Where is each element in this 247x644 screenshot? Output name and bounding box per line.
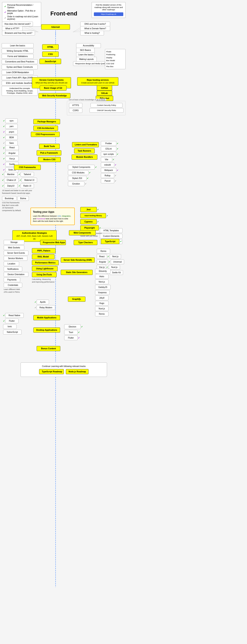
node-module-bundlers: Module Bundlers [72, 154, 97, 160]
node-type-checkers: Type Checkers [74, 240, 97, 245]
node-css-arch: CSS Architecture [33, 126, 58, 131]
node-mobile: Mobile Applications [33, 315, 60, 320]
pwa-left: Storage Web Sockets Server Sent Events S… [4, 240, 33, 293]
node-credentials: Credentials [4, 283, 22, 288]
node-gitlab: GitLab [97, 90, 112, 96]
node-modern-css: Modern CSS [38, 157, 61, 162]
node-css-modules: CSS Modules [68, 170, 88, 175]
node-ionic: Ionic [3, 324, 16, 329]
node-hugo: Hugo [95, 301, 108, 306]
node-websecurity: Web Security Knowledge [38, 93, 70, 98]
node-typescript: TypeScript [101, 239, 119, 244]
node-making-layouts: Making Layouts [76, 57, 97, 62]
node-styled-components: Styled Components [68, 165, 95, 170]
node-rail: RAIL Model [32, 254, 54, 259]
node-radix-ui: Radix UI [20, 184, 34, 188]
url-box-description: Find the detailed version of this roadma… [94, 4, 123, 11]
node-learn-css-basics: Learn the basics [76, 52, 95, 57]
node-devtools: Using DevTools [32, 272, 57, 277]
node-payments: Payments [4, 278, 20, 282]
node-server-sent: Server Sent Events [4, 251, 28, 256]
node-react-ssr: React [97, 254, 107, 259]
node-responsive: Responsive design and Media Queries [73, 61, 105, 66]
node-https: HTTPS [69, 103, 82, 108]
node-github: GitHub [97, 86, 112, 90]
node-yarn: yarn [5, 124, 18, 129]
node-eleventy: Eleventy [95, 269, 111, 274]
node-syntax: Syntax and Basic Constructs [2, 65, 38, 70]
node-csp: Content Security Policy [91, 103, 122, 108]
page-title: Front-end [50, 10, 77, 17]
url-box: Find the detailed version of this roadma… [92, 2, 126, 18]
floats-box: FloatsPositioningDisplayBox ModelCSS Gri… [105, 49, 126, 69]
node-dom: Learn DOM Manipulation [2, 70, 33, 75]
node-react-testing: react-testing-library [80, 213, 106, 218]
node-domain: What is Domain Name? [80, 26, 110, 31]
node-web-components: Web Components [69, 230, 96, 236]
node-nextjs-ssg: Next.js [95, 280, 108, 284]
node-bonus: Bonus Content [37, 346, 60, 351]
node-react: React [5, 145, 19, 150]
node-prpl: PRPL Pattern [32, 248, 56, 253]
node-browsers: Browsers and how they work? [2, 31, 35, 36]
node-owasp: OWASP Security Risks [90, 108, 123, 113]
node-cors: CORS [69, 108, 82, 113]
node-build-tools: Build Tools [39, 144, 60, 149]
node-linters: Linters and Formatters [72, 142, 99, 147]
node-npm: npm [5, 118, 18, 123]
node-nuxtjs-ssg: Nuxt.js [95, 306, 108, 311]
ssg-right: Eleventy Astro Next.js GatsbyJS Vuepress… [95, 269, 111, 317]
node-package-managers: Package Managers [33, 119, 60, 124]
node-bem: BEM [5, 135, 18, 140]
node-javascript: JavaScript [39, 59, 61, 64]
node-flutter-mobile: Flutter [5, 318, 18, 323]
node-storage: Storage [4, 240, 24, 245]
node-dns: DNS and how it works? [80, 22, 110, 26]
node-html: HTML [42, 44, 59, 50]
linters-right: Prettier ✔ ESLint ✔ npm scripts ✔ Vite ✔… [101, 141, 118, 184]
node-bulma: Bulma [17, 196, 29, 201]
node-eslint: ESLint [101, 146, 116, 151]
pwa-center: PRPL Pattern RAIL Model Performance Metr… [32, 248, 61, 283]
continue-learning-box: Continue Learning with following relevan… [20, 362, 107, 377]
node-seo: SEO Basics [76, 48, 95, 52]
node-lighthouse: Using Lighthouse [32, 266, 58, 271]
node-http: What is HTTP? [2, 26, 23, 31]
legend-icon-green: ✔ [4, 5, 6, 8]
node-css-frameworks: CSS Frameworks [14, 165, 41, 170]
node-conventions: Conventions and Best Practices [2, 59, 38, 64]
node-nodejs-roadmap[interactable]: Node.js Roadmap [66, 369, 88, 374]
legend-text-gray: Order in roadmap not strict (Learn anyti… [7, 16, 39, 20]
node-electron: Electron [64, 324, 81, 329]
legend-icon-purple: ✔ [4, 11, 6, 14]
node-html-templates: HTML Templates [100, 228, 122, 233]
desktop-right: Electron ✔ Touri ✔ Flutter ✔ [64, 324, 83, 341]
node-rollup: Rollup [101, 173, 114, 178]
node-gatsbyjs: GatsbyJS [95, 285, 111, 290]
node-nativescript: NativeScript [3, 330, 22, 334]
node-graphql: GraphQL [68, 296, 85, 302]
graphql-left: ✔ Apollo ✔ Relay Modern [34, 300, 55, 311]
node-flutter-desktop: Flutter [64, 336, 78, 340]
node-nextjs: Next.js [110, 254, 121, 259]
node-emotion: Emotion [68, 182, 84, 186]
node-cypress: Cypress [80, 219, 97, 224]
css-fw-grid: ✔ Mantine ✔ Tailwind ✔ Chakra UI ✔ Mater… [2, 172, 40, 211]
node-remix-ssg: Remix [95, 312, 108, 316]
node-internet: Internet [41, 24, 70, 30]
node-mantine: Mantine [4, 172, 17, 177]
node-styled-jsx: Styled JSX [68, 176, 86, 180]
node-bootstrap: Bootstrap [2, 196, 16, 201]
node-jekyll: Jekyll [95, 296, 108, 300]
node-learn-basics-html: Learn the basics [2, 43, 33, 48]
node-pnpm: pnpm [5, 130, 18, 134]
node-ts-roadmap[interactable]: TypeScript Roadmap [39, 369, 64, 374]
node-chakra: Chakra UI [4, 178, 18, 182]
node-material-ui: Material UI [22, 178, 37, 182]
node-service-workers: Service Workers [4, 256, 27, 261]
node-location: Location [4, 261, 19, 266]
node-desktop: Desktop Applications [33, 328, 60, 332]
html-left-group: Learn the basics Writing Semantic HTML F… [2, 43, 38, 96]
node-sveltekit: Svelte Kit [110, 270, 123, 275]
url-button[interactable]: https://roadmap.sh [94, 12, 123, 16]
